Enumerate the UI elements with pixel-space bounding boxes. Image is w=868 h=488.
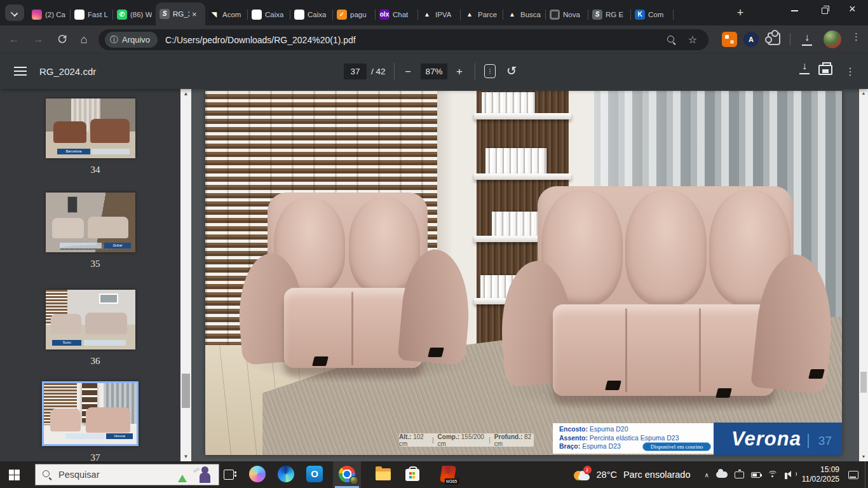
action-center-icon[interactable] bbox=[848, 471, 858, 479]
tab-gmail-2[interactable]: MCaixa bbox=[290, 4, 333, 25]
clock-date: 11/02/2025 bbox=[802, 475, 839, 484]
tab-busca[interactable]: Busca bbox=[503, 4, 546, 25]
tab-acom[interactable]: ◥Acom bbox=[205, 4, 248, 25]
thumb-spec-line bbox=[60, 243, 102, 248]
pdf-more-options-button[interactable] bbox=[845, 65, 855, 78]
battery-icon[interactable] bbox=[751, 472, 761, 478]
bookmark-star-icon[interactable] bbox=[688, 34, 697, 46]
tab-parce[interactable]: Parce bbox=[461, 4, 503, 25]
sidebar-scrollbar[interactable]: ▲ ▼ bbox=[180, 89, 191, 461]
model-name-block: Verona 37 bbox=[714, 423, 842, 455]
tab-search-button[interactable] bbox=[5, 4, 24, 21]
wireless-display-icon[interactable] bbox=[735, 471, 744, 478]
search-illustration bbox=[174, 465, 212, 484]
weather-condition[interactable]: Parc ensolarado bbox=[623, 470, 691, 480]
gmail-icon: M bbox=[252, 10, 262, 20]
tab-instagram[interactable]: (2) Ca bbox=[28, 4, 71, 25]
tab-nova[interactable]: Nova bbox=[546, 4, 588, 25]
restore-button[interactable] bbox=[810, 0, 839, 20]
thumbnail-page-35[interactable]: Dubai bbox=[46, 193, 135, 252]
sofa-foot bbox=[808, 369, 825, 379]
scroll-up-icon[interactable]: ▲ bbox=[859, 89, 868, 98]
sofa-seat bbox=[553, 304, 774, 396]
forward-button[interactable] bbox=[29, 30, 47, 48]
browser-menu-button[interactable] bbox=[851, 31, 861, 43]
loveseat-sofa bbox=[238, 193, 468, 368]
thumb-page-number: 34 bbox=[0, 165, 191, 175]
tabs-container: (2) Ca ϟFast L ✆(86) W SRG_2024%20(1).pd… bbox=[28, 0, 674, 25]
viewer-scrollbar-thumb[interactable] bbox=[860, 372, 867, 393]
tab-fast[interactable]: ϟFast L bbox=[71, 4, 113, 25]
zoom-page-icon[interactable] bbox=[667, 35, 677, 45]
search-icon bbox=[42, 470, 52, 480]
volume-icon[interactable] bbox=[785, 471, 795, 478]
tab-pagseguro[interactable]: ✓pagu bbox=[333, 4, 376, 25]
fit-page-button[interactable] bbox=[484, 64, 496, 78]
wifi-icon[interactable] bbox=[768, 471, 778, 478]
taskbar-clock[interactable]: 15:09 11/02/2025 bbox=[802, 465, 839, 484]
extension-icon-a[interactable]: A bbox=[743, 32, 759, 47]
separator: | bbox=[432, 437, 434, 444]
tab-gmail-1[interactable]: MCaixa bbox=[248, 4, 290, 25]
profile-avatar[interactable] bbox=[824, 30, 841, 48]
file-scheme-chip[interactable]: Arquivo bbox=[105, 32, 158, 48]
onedrive-icon[interactable] bbox=[716, 471, 728, 478]
new-tab-button[interactable] bbox=[732, 5, 749, 22]
pdf-download-button[interactable] bbox=[797, 60, 812, 75]
browser-toolbar: Arquivo C:/Users/pedro/Downloads/RG_2024… bbox=[0, 25, 868, 54]
page-number-input[interactable]: 37 bbox=[344, 64, 367, 79]
tray-overflow-chevron-icon[interactable] bbox=[705, 471, 709, 478]
home-button[interactable] bbox=[75, 30, 93, 48]
thumb-sofa bbox=[51, 314, 81, 334]
url-text[interactable]: C:/Users/pedro/Downloads/RG_2024%20(1).p… bbox=[165, 35, 667, 45]
microsoft-store-taskbar-icon[interactable] bbox=[404, 466, 422, 484]
tab-ipva[interactable]: IPVA bbox=[418, 4, 461, 25]
extensions-puzzle-icon[interactable] bbox=[768, 32, 780, 45]
tab-close-icon[interactable] bbox=[192, 10, 197, 18]
seat-seam bbox=[625, 308, 627, 392]
thumb-sofa bbox=[86, 407, 130, 433]
sidebar-scrollbar-thumb[interactable] bbox=[182, 374, 190, 408]
print-button[interactable] bbox=[818, 65, 832, 75]
task-view-button[interactable] bbox=[224, 470, 234, 480]
viewer-scrollbar[interactable]: ▲ ▼ bbox=[859, 89, 868, 461]
chrome-taskbar-icon[interactable] bbox=[339, 466, 356, 484]
address-bar[interactable]: Arquivo C:/Users/pedro/Downloads/RG_2024… bbox=[98, 29, 709, 50]
m365-label: M365 bbox=[445, 478, 459, 484]
rotate-button[interactable] bbox=[506, 64, 520, 78]
tab-whatsapp[interactable]: ✆(86) W bbox=[113, 4, 156, 25]
weather-icon[interactable]: 1 bbox=[573, 466, 592, 484]
extension-icon-orange[interactable] bbox=[722, 32, 737, 47]
zoom-in-button[interactable] bbox=[453, 65, 466, 78]
copilot-taskbar-icon[interactable] bbox=[249, 466, 267, 484]
start-button[interactable] bbox=[9, 470, 20, 480]
minimize-button[interactable] bbox=[780, 0, 810, 20]
scroll-down-icon[interactable]: ▼ bbox=[859, 452, 868, 461]
reload-button[interactable] bbox=[53, 30, 71, 48]
thumb-spec-line bbox=[65, 433, 105, 439]
scroll-up-icon[interactable]: ▲ bbox=[180, 89, 191, 98]
zoom-level-value[interactable]: 87% bbox=[421, 64, 447, 79]
downloads-button[interactable] bbox=[799, 31, 815, 46]
window-controls bbox=[780, 0, 868, 20]
tab-com[interactable]: KCom bbox=[631, 4, 674, 25]
close-window-button[interactable] bbox=[839, 0, 868, 20]
scroll-down-icon[interactable]: ▼ bbox=[180, 452, 191, 461]
pdf-menu-icon[interactable] bbox=[14, 67, 27, 76]
windows-taskbar: Pesquisar O M365 1 28°C Parc ensolarado … bbox=[0, 461, 868, 488]
weather-temperature[interactable]: 28°C bbox=[597, 470, 617, 480]
books bbox=[482, 92, 535, 113]
file-explorer-taskbar-icon[interactable] bbox=[375, 466, 393, 484]
show-desktop-button[interactable] bbox=[865, 461, 868, 488]
thumbnail-page-36[interactable]: Turim bbox=[46, 290, 135, 349]
taskbar-search-box[interactable]: Pesquisar bbox=[35, 464, 219, 485]
thumbnail-page-34[interactable]: Barcelona bbox=[46, 98, 135, 158]
edge-taskbar-icon[interactable] bbox=[278, 466, 295, 484]
tab-rg[interactable]: SRG E bbox=[588, 4, 631, 25]
back-button[interactable] bbox=[5, 30, 23, 48]
zoom-out-button[interactable] bbox=[402, 66, 414, 79]
outlook-taskbar-icon[interactable]: O bbox=[306, 466, 324, 484]
tab-active-pdf[interactable]: SRG_2024%20(1).pdf bbox=[156, 3, 205, 25]
tab-olx[interactable]: olxChat bbox=[376, 4, 418, 25]
thumbnail-page-37-selected[interactable]: Verona bbox=[42, 381, 139, 446]
